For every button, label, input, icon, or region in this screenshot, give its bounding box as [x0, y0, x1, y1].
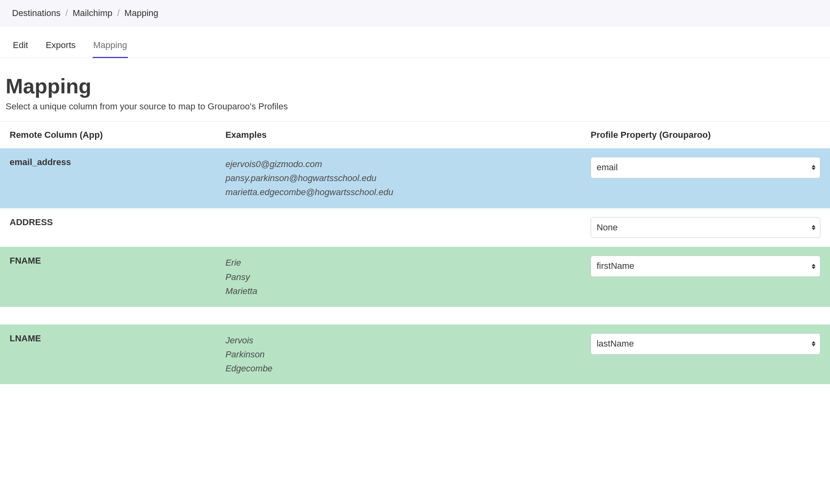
- examples-cell: EriePansyMarietta: [216, 247, 581, 307]
- example-value: Pansy: [225, 270, 571, 284]
- profile-property-select[interactable]: email: [591, 157, 820, 178]
- tab-edit[interactable]: Edit: [12, 34, 29, 58]
- examples-cell: JervoisParkinsonEdgecombe: [216, 325, 581, 385]
- remote-column-name: LNAME: [10, 333, 41, 343]
- examples-cell: [216, 208, 581, 247]
- profile-property-cell: lastName: [581, 325, 830, 385]
- header-examples: Examples: [216, 122, 581, 149]
- table-row: LNAMEJervoisParkinsonEdgecombelastName: [0, 325, 830, 385]
- header-remote-column: Remote Column (App): [0, 122, 216, 149]
- remote-column-cell: FNAME: [0, 247, 216, 307]
- mapping-table: Remote Column (App) Examples Profile Pro…: [0, 121, 830, 384]
- example-value: marietta.edgecombe@hogwartsschool.edu: [225, 185, 571, 199]
- breadcrumb-separator: /: [65, 8, 68, 18]
- examples-list: ejervois0@gizmodo.compansy.parkinson@hog…: [225, 157, 571, 200]
- breadcrumb-mailchimp[interactable]: Mailchimp: [73, 8, 112, 18]
- table-row: ADDRESSNone: [0, 208, 830, 247]
- select-value[interactable]: email: [591, 157, 820, 178]
- example-value: Erie: [225, 256, 571, 270]
- examples-cell: ejervois0@gizmodo.compansy.parkinson@hog…: [216, 148, 581, 208]
- select-value[interactable]: None: [591, 217, 820, 238]
- remote-column-cell: ADDRESS: [0, 208, 216, 247]
- example-value: Jervois: [225, 333, 571, 347]
- tab-exports[interactable]: Exports: [45, 34, 77, 58]
- table-row: FNAMEEriePansyMariettafirstName: [0, 247, 830, 307]
- remote-column-cell: email_address: [0, 148, 216, 208]
- select-value[interactable]: firstName: [591, 256, 820, 277]
- breadcrumb-destinations[interactable]: Destinations: [12, 8, 61, 18]
- tab-mapping[interactable]: Mapping: [93, 34, 128, 58]
- profile-property-cell: None: [581, 208, 830, 247]
- examples-list: EriePansyMarietta: [225, 256, 571, 298]
- remote-column-name: FNAME: [10, 256, 41, 266]
- profile-property-select[interactable]: lastName: [591, 333, 820, 355]
- breadcrumb: Destinations / Mailchimp / Mapping: [12, 8, 818, 18]
- example-value: Parkinson: [225, 347, 571, 361]
- tabs: Edit Exports Mapping: [0, 34, 830, 58]
- profile-property-cell: firstName: [581, 247, 830, 307]
- examples-list: JervoisParkinsonEdgecombe: [225, 333, 571, 376]
- breadcrumb-separator: /: [117, 8, 119, 18]
- page-subtitle: Select a unique column from your source …: [6, 101, 830, 112]
- example-value: Marietta: [225, 284, 571, 298]
- row-separator: [0, 307, 830, 325]
- header-profile-property: Profile Property (Grouparoo): [581, 122, 830, 149]
- example-value: pansy.parkinson@hogwartsschool.edu: [225, 171, 571, 185]
- table-row: email_addressejervois0@gizmodo.compansy.…: [0, 148, 830, 208]
- example-value: ejervois0@gizmodo.com: [225, 157, 571, 171]
- select-value[interactable]: lastName: [591, 333, 820, 355]
- page-title: Mapping: [6, 74, 830, 98]
- remote-column-name: ADDRESS: [10, 217, 53, 227]
- breadcrumb-bar: Destinations / Mailchimp / Mapping: [0, 0, 830, 26]
- profile-property-select[interactable]: firstName: [591, 256, 820, 277]
- profile-property-cell: email: [581, 148, 830, 208]
- remote-column-cell: LNAME: [0, 325, 216, 385]
- profile-property-select[interactable]: None: [591, 217, 820, 238]
- remote-column-name: email_address: [10, 157, 71, 167]
- example-value: Edgecombe: [225, 361, 571, 375]
- breadcrumb-current: Mapping: [124, 8, 158, 18]
